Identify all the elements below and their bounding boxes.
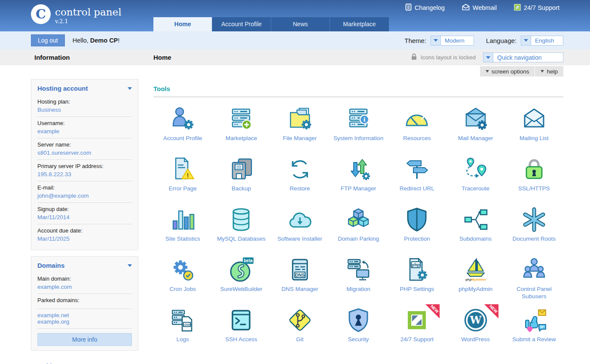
- ftp-manager-icon: [345, 156, 372, 183]
- sidebar: Hosting account Hosting plan: Business U…: [31, 79, 138, 364]
- tool-cron-jobs[interactable]: Cron Jobs: [153, 252, 212, 303]
- main-tabs: Home Account Profile News Marketplace: [153, 17, 389, 31]
- language-select[interactable]: English: [521, 36, 563, 46]
- tool-traceroute[interactable]: Traceroute: [446, 152, 504, 202]
- tools-divider: [153, 97, 563, 97]
- tool-marketplace[interactable]: Marketplace: [212, 101, 270, 152]
- ssh-access-icon: [227, 306, 255, 334]
- dns-manager-icon: DNS: [286, 256, 314, 284]
- mailing-list-icon: [520, 105, 548, 133]
- field-parked-domains-label: Parked domains:: [37, 294, 132, 309]
- cron-jobs-icon: [169, 256, 196, 284]
- tab-home[interactable]: Home: [153, 17, 212, 31]
- traceroute-icon: [462, 156, 489, 183]
- site-statistics-icon: [169, 206, 196, 233]
- tool-dns-manager[interactable]: DNS DNS Manager: [271, 252, 329, 303]
- domains-header[interactable]: Domains: [37, 262, 132, 272]
- sidebar-item-ip-addresses[interactable]: IP addresses: [31, 357, 138, 364]
- theme-value: Modern: [441, 36, 468, 45]
- tools-section-title: Tools: [153, 85, 563, 92]
- tool-protection[interactable]: Protection: [388, 202, 446, 252]
- tool-logs[interactable]: LOGS Logs: [153, 303, 212, 353]
- tool-backup[interactable]: Backup: [212, 152, 270, 202]
- more-info-button[interactable]: More info: [37, 333, 132, 346]
- logout-button[interactable]: Log out: [31, 34, 65, 46]
- chevron-down-icon: [486, 70, 489, 73]
- tool-restore[interactable]: Restore: [271, 152, 329, 202]
- logs-icon: LOGS: [169, 306, 196, 334]
- field-server-name: Server name: s801.sureserver.com: [37, 138, 132, 160]
- tool-software-installer[interactable]: Software Installer: [271, 202, 329, 252]
- hosting-account-header[interactable]: Hosting account: [37, 85, 132, 95]
- tool-file-manager[interactable]: File Manager: [271, 101, 329, 152]
- envelope-icon: [462, 4, 470, 12]
- tool-surewebbuilder[interactable]: beta SureWebBuilder: [212, 252, 270, 303]
- tab-news[interactable]: News: [271, 17, 330, 31]
- tool-ssl-https[interactable]: SSL/HTTPS: [505, 152, 563, 202]
- quick-navigation-select[interactable]: Quick navigation: [483, 52, 563, 62]
- chevron-down-icon: [128, 264, 132, 267]
- domains-panel: Domains Main domain: example.com Parked …: [31, 256, 138, 351]
- options-row: screen options help: [0, 65, 590, 77]
- tool-php-settings[interactable]: php PHP Settings: [388, 252, 446, 303]
- subusers-icon: [520, 256, 548, 284]
- tool-mailing-list[interactable]: Mailing List: [505, 101, 563, 152]
- field-server-ip: Primary server IP address: 195.8.222.33: [37, 160, 132, 181]
- field-main-domain: Main domain: example.com: [37, 272, 132, 294]
- tool-error-page[interactable]: ! Error Page: [153, 152, 212, 202]
- tab-marketplace[interactable]: Marketplace: [330, 17, 389, 31]
- tool-migration[interactable]: Migration: [329, 252, 388, 303]
- support-247-icon: NEW: [403, 306, 431, 334]
- theme-select[interactable]: Modern: [431, 36, 474, 46]
- php-settings-icon: php: [403, 256, 431, 284]
- lock-icon: [411, 53, 417, 62]
- tool-247-support[interactable]: NEW 24/7 Support: [388, 303, 446, 353]
- changelog-link[interactable]: Changelog: [405, 3, 445, 12]
- tool-submit-a-review[interactable]: Submit a Review: [505, 303, 563, 353]
- tool-ssh-access[interactable]: SSH Access: [212, 303, 270, 353]
- chevron-down-icon: [128, 87, 132, 90]
- tab-account-profile[interactable]: Account Profile: [212, 17, 271, 31]
- field-parked-domains-values: example.net example.org: [37, 309, 132, 329]
- field-email: E-mail: john@example.com: [37, 181, 132, 203]
- tool-account-profile[interactable]: Account Profile: [153, 101, 212, 152]
- tool-domain-parking[interactable]: Domain Parking: [329, 202, 388, 252]
- protection-icon: [403, 206, 431, 233]
- restore-icon: [286, 156, 314, 183]
- app-header: C control panel v.2.1 Changelog Webmail …: [0, 0, 590, 31]
- tool-phpmyadmin[interactable]: phpMyAdmin phpMyAdmin: [446, 252, 504, 303]
- software-installer-icon: [286, 206, 314, 233]
- tool-wordpress[interactable]: W NEW WordPress: [446, 303, 504, 353]
- tool-document-roots[interactable]: Document Roots: [505, 202, 563, 252]
- tool-resources[interactable]: Resources: [388, 101, 446, 152]
- welcome-bar: Log out Hello, Demo CP! Theme: Modern La…: [0, 31, 590, 49]
- tool-security[interactable]: Security: [329, 303, 388, 353]
- svg-text:phpMyAdmin: phpMyAdmin: [465, 278, 486, 281]
- tool-site-statistics[interactable]: Site Statistics: [153, 202, 212, 252]
- screen-options-button[interactable]: screen options: [480, 66, 535, 76]
- lock-message: Icons layout is locked: [421, 54, 476, 61]
- tool-redirect-url[interactable]: Redirect URL: [388, 152, 446, 202]
- svg-text:beta: beta: [244, 258, 253, 263]
- migration-icon: [345, 256, 372, 284]
- new-badge: NEW: [423, 304, 440, 321]
- tool-mail-manager[interactable]: Mail Manager: [446, 101, 504, 152]
- webmail-link[interactable]: Webmail: [462, 3, 497, 12]
- tool-system-information[interactable]: i System Information: [329, 101, 388, 152]
- tool-mysql-databases[interactable]: MySQL Databases: [212, 202, 270, 252]
- document-icon: [405, 3, 412, 12]
- system-information-icon: i: [345, 105, 372, 133]
- tool-subdomains[interactable]: Subdomains: [446, 202, 504, 252]
- new-badge: NEW: [482, 304, 498, 321]
- tool-ftp-manager[interactable]: FTP Manager: [329, 152, 388, 202]
- page-title: Home: [153, 54, 171, 61]
- help-button[interactable]: help: [535, 66, 563, 76]
- field-account-due-date: Account due date: Mar/11/2025: [37, 224, 132, 245]
- svg-text:LOGS: LOGS: [183, 323, 191, 326]
- support-link[interactable]: 24/7 Support: [514, 3, 559, 12]
- tool-control-panel-subusers[interactable]: Control Panel Subusers: [505, 252, 563, 303]
- subdomains-icon: [462, 206, 489, 233]
- theme-label: Theme:: [404, 37, 426, 44]
- tool-git[interactable]: Git: [271, 303, 329, 353]
- mysql-databases-icon: [227, 206, 255, 233]
